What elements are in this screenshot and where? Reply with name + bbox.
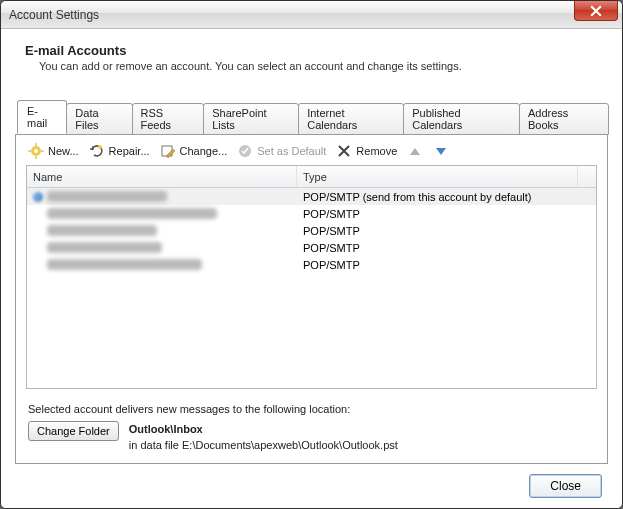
header-description: You can add or remove an account. You ca… bbox=[25, 58, 604, 72]
tab-data-files[interactable]: Data Files bbox=[66, 103, 132, 135]
tab-published-calendars[interactable]: Published Calendars bbox=[403, 103, 520, 135]
tab-rss-feeds[interactable]: RSS Feeds bbox=[132, 103, 205, 135]
account-type: POP/SMTP (send from this account by defa… bbox=[297, 191, 596, 203]
toolbar-set-default-label: Set as Default bbox=[257, 145, 326, 157]
header-title: E-mail Accounts bbox=[25, 43, 604, 58]
toolbar-remove-label: Remove bbox=[356, 145, 397, 157]
account-name-redacted bbox=[47, 191, 167, 202]
tab-sharepoint-lists[interactable]: SharePoint Lists bbox=[203, 103, 299, 135]
tab-internet-calendars[interactable]: Internet Calendars bbox=[298, 103, 404, 135]
list-body: POP/SMTP (send from this account by defa… bbox=[27, 188, 596, 388]
delivery-block: Selected account delivers new messages t… bbox=[26, 389, 597, 453]
toolbar-move-up bbox=[407, 143, 423, 159]
toolbar-remove[interactable]: Remove bbox=[336, 143, 397, 159]
account-name-redacted bbox=[47, 259, 202, 270]
window-title: Account Settings bbox=[9, 8, 99, 22]
tab-address-books[interactable]: Address Books bbox=[519, 103, 609, 135]
delivery-folder: Outlook\Inbox bbox=[129, 423, 203, 435]
toolbar: New... Repair... Change... bbox=[26, 143, 597, 165]
account-type: POP/SMTP bbox=[297, 225, 596, 237]
delivery-text: Outlook\Inbox in data file E:\Documents\… bbox=[129, 421, 398, 453]
arrow-down-icon bbox=[433, 143, 449, 159]
list-row[interactable]: POP/SMTP (send from this account by defa… bbox=[27, 188, 596, 205]
repair-icon bbox=[89, 143, 105, 159]
close-icon bbox=[590, 5, 602, 17]
arrow-up-icon bbox=[407, 143, 423, 159]
column-header-end bbox=[578, 166, 596, 187]
list-row[interactable]: POP/SMTP bbox=[27, 205, 596, 222]
client-area: E-mail Accounts You can add or remove an… bbox=[1, 29, 622, 508]
header-block: E-mail Accounts You can add or remove an… bbox=[15, 41, 608, 82]
delivery-label: Selected account delivers new messages t… bbox=[28, 403, 595, 415]
list-header: Name Type bbox=[27, 166, 596, 188]
toolbar-change[interactable]: Change... bbox=[160, 143, 228, 159]
account-name-redacted bbox=[47, 225, 157, 236]
toolbar-new-label: New... bbox=[48, 145, 79, 157]
tab-panel: New... Repair... Change... bbox=[15, 134, 608, 464]
change-icon bbox=[160, 143, 176, 159]
svg-point-1 bbox=[34, 149, 38, 153]
list-row[interactable]: POP/SMTP bbox=[27, 239, 596, 256]
toolbar-new[interactable]: New... bbox=[28, 143, 79, 159]
delivery-datafile: in data file E:\Documents\apexweb\Outloo… bbox=[129, 439, 398, 451]
list-row[interactable]: POP/SMTP bbox=[27, 222, 596, 239]
column-header-type[interactable]: Type bbox=[297, 166, 578, 187]
new-icon bbox=[28, 143, 44, 159]
account-type: POP/SMTP bbox=[297, 259, 596, 271]
close-button[interactable]: Close bbox=[529, 474, 602, 498]
account-settings-window: Account Settings E-mail Accounts You can… bbox=[0, 0, 623, 509]
list-row[interactable]: POP/SMTP bbox=[27, 256, 596, 273]
toolbar-repair-label: Repair... bbox=[109, 145, 150, 157]
default-account-icon bbox=[33, 192, 43, 202]
account-name-redacted bbox=[47, 242, 162, 253]
svg-point-6 bbox=[98, 145, 102, 149]
account-type: POP/SMTP bbox=[297, 208, 596, 220]
tab-strip: E-mail Data Files RSS Feeds SharePoint L… bbox=[15, 100, 608, 134]
titlebar: Account Settings bbox=[1, 1, 622, 29]
toolbar-change-label: Change... bbox=[180, 145, 228, 157]
check-circle-icon bbox=[237, 143, 253, 159]
account-name-redacted bbox=[47, 208, 217, 219]
tab-email[interactable]: E-mail bbox=[17, 100, 67, 134]
window-close-button[interactable] bbox=[574, 1, 618, 21]
toolbar-repair[interactable]: Repair... bbox=[89, 143, 150, 159]
toolbar-move-down[interactable] bbox=[433, 143, 449, 159]
column-header-name[interactable]: Name bbox=[27, 166, 297, 187]
change-folder-button[interactable]: Change Folder bbox=[28, 421, 119, 441]
footer: Close bbox=[15, 464, 608, 498]
accounts-list: Name Type POP/SMTP (send from this accou… bbox=[26, 165, 597, 389]
toolbar-set-default: Set as Default bbox=[237, 143, 326, 159]
remove-icon bbox=[336, 143, 352, 159]
account-type: POP/SMTP bbox=[297, 242, 596, 254]
